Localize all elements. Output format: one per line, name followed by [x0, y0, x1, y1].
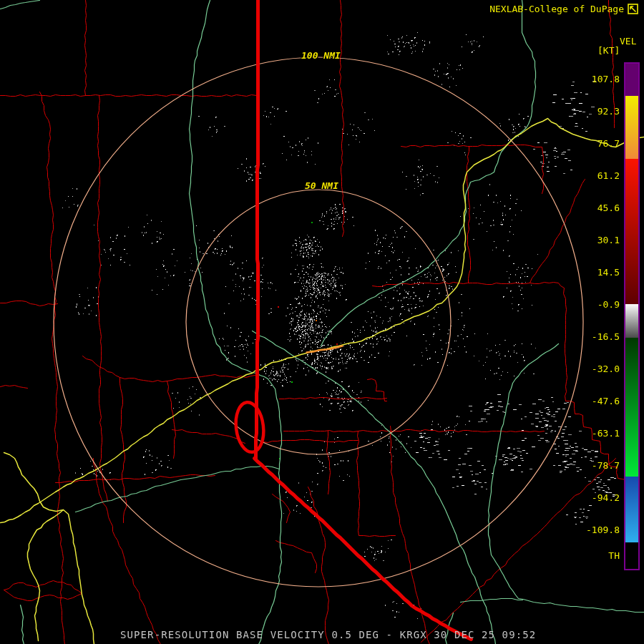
watermark-text: NEXLAB-College of DuPage — [489, 4, 624, 14]
colorbar-segment — [625, 64, 638, 96]
colorbar-title: VEL — [620, 36, 636, 47]
colorbar-tick-label: -109.8 — [586, 524, 620, 537]
colorbar-units: [KT] — [597, 45, 620, 56]
colorbar-tick-label: -0.9 — [597, 298, 620, 311]
colorbar-tick-label: -78.7 — [592, 459, 620, 472]
colorbar-tick-label: 14.5 — [597, 266, 620, 279]
colorbar-tick-label: -16.5 — [592, 331, 620, 343]
colorbar-tick-label: 92.3 — [597, 105, 620, 118]
colorbar-segment — [625, 542, 638, 569]
velocity-colorbar — [624, 62, 640, 570]
colorbar-threshold-label: TH — [608, 550, 620, 562]
colorbar-tick-label: 107.8 — [592, 73, 620, 86]
range-ring-label-50nmi: 50 NMI — [305, 180, 338, 191]
colorbar-tick-label: -32.0 — [592, 363, 620, 376]
range-ring-label-100nmi: 100 NMI — [301, 50, 341, 61]
colorbar-segment — [625, 477, 638, 542]
colorbar-segment — [625, 96, 638, 159]
radar-viewer: NEXLAB-College of DuPage 100 NMI 50 NMI … — [0, 0, 644, 644]
watermark: NEXLAB-College of DuPage — [489, 4, 638, 14]
colorbar-tick-label: -47.6 — [592, 395, 620, 408]
colorbar-tick-label: 61.2 — [597, 170, 620, 182]
colorbar-segment — [625, 159, 638, 304]
radar-map-canvas — [0, 0, 644, 644]
product-caption: SUPER-RESOLUTION BASE VELOCITY 0.5 DEG -… — [120, 629, 536, 640]
colorbar-tick-label: 30.1 — [597, 234, 620, 247]
colorbar-segment — [625, 338, 638, 477]
colorbar-tick-label: 45.6 — [597, 202, 620, 215]
cod-logo-icon — [628, 4, 638, 14]
colorbar-segment — [625, 304, 638, 338]
colorbar-tick-label: 76.7 — [597, 137, 620, 150]
colorbar-tick-label: -63.1 — [592, 427, 620, 440]
colorbar-tick-label: -94.2 — [592, 492, 620, 504]
